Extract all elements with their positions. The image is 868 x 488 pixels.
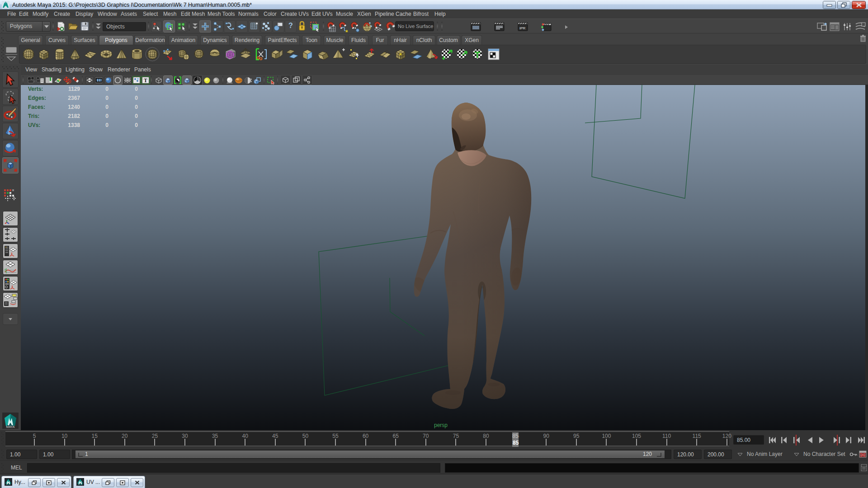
svg-text:IPR: IPR [519, 26, 526, 30]
svg-text:persp: persp [434, 422, 448, 428]
svg-text:T: T [144, 77, 147, 84]
svg-text:MAYA: MAYA [6, 425, 15, 428]
